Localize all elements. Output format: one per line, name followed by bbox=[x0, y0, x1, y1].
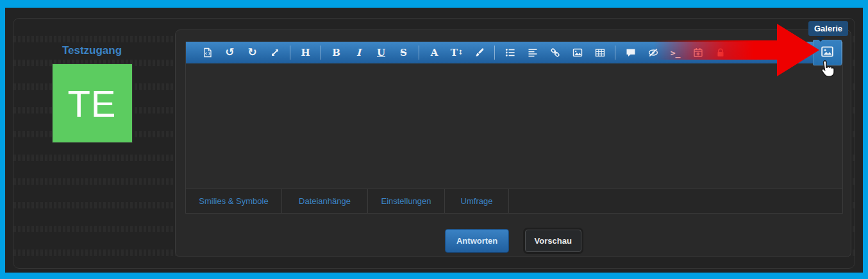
tooltip-caret-icon bbox=[816, 37, 825, 42]
user-column: Testzugang TE bbox=[13, 44, 171, 143]
message-form-panel: ↺↻HBIUSAT↕>_ Smilies & SymboleDateianhän… bbox=[175, 30, 851, 257]
toolbar-separator bbox=[494, 46, 495, 60]
toolbar-separator bbox=[419, 46, 419, 60]
source-code-button[interactable] bbox=[196, 42, 219, 63]
cursor-icon bbox=[819, 60, 836, 81]
username[interactable]: Testzugang bbox=[13, 44, 171, 57]
table-button[interactable] bbox=[588, 42, 611, 63]
strikethrough-button[interactable]: S bbox=[392, 42, 415, 63]
gallery-tooltip: Galerie bbox=[808, 21, 848, 36]
maximize-button[interactable] bbox=[263, 42, 286, 63]
insert-image-button[interactable] bbox=[566, 42, 588, 63]
form-buttons: Antworten Vorschau bbox=[176, 229, 851, 253]
redo-icon: ↻ bbox=[247, 47, 256, 58]
gallery-icon bbox=[821, 46, 833, 60]
undo-icon: ↺ bbox=[225, 47, 234, 58]
avatar[interactable]: TE bbox=[52, 63, 133, 143]
tab-smilies[interactable]: Smilies & Symbole bbox=[186, 189, 282, 213]
tab-poll[interactable]: Umfrage bbox=[445, 189, 509, 213]
underline-button[interactable]: U bbox=[370, 42, 392, 63]
strikethrough-icon: S bbox=[400, 47, 407, 58]
link-button[interactable] bbox=[544, 42, 566, 63]
font-color-icon: A bbox=[431, 47, 438, 58]
toolbar-separator bbox=[290, 46, 290, 60]
italic-button[interactable]: I bbox=[347, 42, 370, 63]
align-left-button[interactable] bbox=[521, 42, 544, 63]
heading-button[interactable]: H bbox=[294, 42, 317, 63]
align-left-icon bbox=[528, 47, 538, 58]
table-icon bbox=[595, 47, 605, 58]
unordered-list-button[interactable] bbox=[499, 42, 521, 63]
font-color-button[interactable]: A bbox=[423, 42, 446, 63]
tab-settings[interactable]: Einstellungen bbox=[368, 189, 445, 213]
editor-content-area[interactable] bbox=[186, 63, 842, 189]
maximize-icon bbox=[270, 47, 280, 58]
format-brush-button[interactable] bbox=[468, 42, 490, 63]
format-brush-icon bbox=[474, 47, 485, 58]
font-size-icon: T↕ bbox=[451, 47, 463, 58]
link-icon bbox=[550, 47, 560, 58]
submit-button[interactable]: Antworten bbox=[445, 229, 509, 253]
heading-icon: H bbox=[301, 47, 310, 58]
insert-image-icon bbox=[572, 47, 583, 58]
unordered-list-icon bbox=[505, 47, 515, 58]
bold-icon: B bbox=[332, 47, 340, 58]
quote-icon bbox=[626, 47, 636, 58]
tab-attachments[interactable]: Dateianhänge bbox=[282, 189, 368, 213]
editor-tabbar: Smilies & SymboleDateianhängeEinstellung… bbox=[186, 189, 842, 213]
source-code-icon bbox=[203, 47, 213, 58]
italic-icon: I bbox=[356, 47, 361, 58]
quote-button[interactable] bbox=[619, 42, 642, 63]
preview-button[interactable]: Vorschau bbox=[525, 230, 581, 252]
toolbar-separator bbox=[615, 46, 615, 60]
font-size-button[interactable]: T↕ bbox=[446, 42, 468, 63]
bold-button[interactable]: B bbox=[325, 42, 347, 63]
undo-button[interactable]: ↺ bbox=[219, 42, 241, 63]
text-editor: ↺↻HBIUSAT↕>_ Smilies & SymboleDateianhän… bbox=[185, 42, 843, 214]
screenshot-frame: Testzugang TE ↺↻HBIUSAT↕>_ Smilies & Sym… bbox=[0, 0, 868, 279]
redo-button[interactable]: ↻ bbox=[241, 42, 263, 63]
forum-page: Testzugang TE ↺↻HBIUSAT↕>_ Smilies & Sym… bbox=[5, 8, 863, 273]
toolbar-separator bbox=[321, 46, 321, 60]
avatar-initials: TE bbox=[67, 83, 116, 124]
underline-icon: U bbox=[377, 47, 385, 58]
